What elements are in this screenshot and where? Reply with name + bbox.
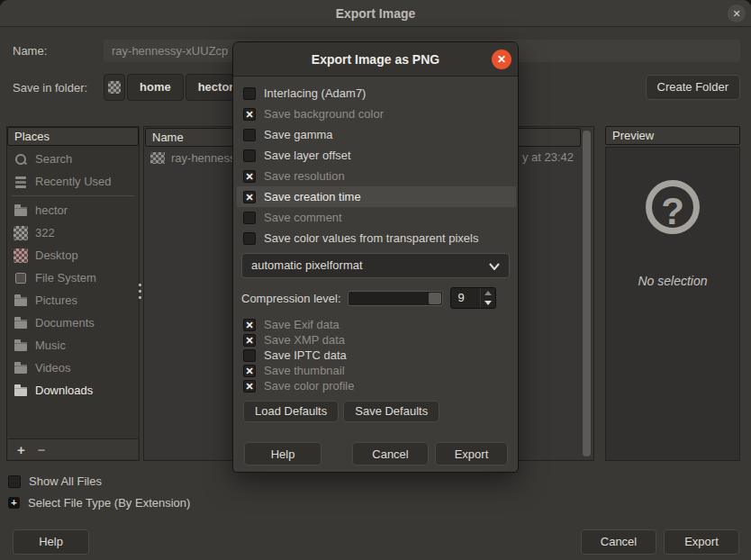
desktop-icon xyxy=(14,248,28,263)
option-save-layer-offset[interactable]: Save layer offset xyxy=(243,145,511,166)
checkbox-icon[interactable] xyxy=(243,129,256,141)
preview-area: No selection xyxy=(605,147,740,461)
show-all-files-checkbox[interactable] xyxy=(8,475,21,488)
option-label: Save color values from transparent pixel… xyxy=(264,231,478,245)
option-save-xmp[interactable]: Save XMP data xyxy=(243,332,511,348)
checkbox-icon[interactable] xyxy=(243,87,256,100)
places-pane: Places Search Recently Used hector 322 D xyxy=(6,126,140,461)
close-icon[interactable]: ✕ xyxy=(728,5,746,23)
compression-spinbox[interactable]: 9 xyxy=(450,287,496,309)
create-folder-button[interactable]: Create Folder xyxy=(646,75,740,100)
option-save-creation-time[interactable]: Save creation time xyxy=(237,186,516,207)
places-item-recently-used[interactable]: Recently Used xyxy=(8,170,138,193)
show-all-files-row[interactable]: Show All Files xyxy=(8,474,102,488)
breadcrumb-root-button[interactable] xyxy=(104,74,125,101)
places-item-label: Search xyxy=(35,152,72,166)
remove-bookmark-icon[interactable]: − xyxy=(38,439,46,460)
expander-plus-icon[interactable] xyxy=(8,497,20,509)
breadcrumb-home[interactable]: home xyxy=(127,74,184,101)
option-save-thumbnail[interactable]: Save thumbnail xyxy=(243,363,511,378)
checkbox-icon[interactable] xyxy=(243,334,256,347)
places-item-label: hector xyxy=(35,203,68,217)
places-item-label: File System xyxy=(35,271,96,285)
drive-icon xyxy=(14,271,28,285)
add-bookmark-icon[interactable]: + xyxy=(17,439,25,460)
option-label: Save IPTC data xyxy=(264,348,347,362)
checkbox-icon[interactable] xyxy=(243,232,256,245)
places-item-downloads[interactable]: Downloads xyxy=(8,379,138,402)
checkbox-icon[interactable] xyxy=(243,212,256,224)
defaults-row: Load Defaults Save Defaults xyxy=(243,401,518,422)
option-label: Interlacing (Adam7) xyxy=(264,86,366,100)
modal-titlebar[interactable]: Export Image as PNG xyxy=(233,42,518,77)
spinner-buttons xyxy=(480,288,495,308)
option-save-comment[interactable]: Save comment xyxy=(243,207,511,228)
option-label: Save Exif data xyxy=(264,318,339,331)
places-item-videos[interactable]: Videos xyxy=(8,357,138,379)
places-item-music[interactable]: Music xyxy=(8,334,138,357)
checkbox-icon[interactable] xyxy=(243,108,256,121)
pane-resize-handle[interactable] xyxy=(138,284,141,303)
compression-slider[interactable] xyxy=(348,291,443,306)
modal-help-button[interactable]: Help xyxy=(244,442,321,465)
option-save-resolution[interactable]: Save resolution xyxy=(243,166,511,186)
load-defaults-button[interactable]: Load Defaults xyxy=(243,401,339,422)
select-file-type-row[interactable]: Select File Type (By Extension) xyxy=(8,496,190,510)
checkbox-icon[interactable] xyxy=(243,365,256,377)
select-file-type-label: Select File Type (By Extension) xyxy=(28,496,190,510)
option-label: Save comment xyxy=(264,211,342,224)
places-item-documents[interactable]: Documents xyxy=(8,312,138,334)
spin-down-icon[interactable] xyxy=(481,298,495,308)
vertical-scrollbar[interactable] xyxy=(583,131,591,456)
window-titlebar[interactable]: Export Image xyxy=(0,0,751,27)
checkbox-icon[interactable] xyxy=(243,191,256,203)
spin-up-icon[interactable] xyxy=(481,288,495,298)
option-save-color-profile[interactable]: Save color profile xyxy=(243,378,511,393)
pixelformat-dropdown[interactable]: automatic pixelformat xyxy=(241,253,510,278)
places-item-file-system[interactable]: File System xyxy=(8,266,138,289)
places-header[interactable]: Places xyxy=(7,127,139,146)
option-interlacing[interactable]: Interlacing (Adam7) xyxy=(243,83,511,104)
places-item-label: Pictures xyxy=(35,294,77,307)
option-save-background-color[interactable]: Save background color xyxy=(243,104,511,124)
preview-header: Preview xyxy=(605,126,740,145)
places-item-pictures[interactable]: Pictures xyxy=(8,289,138,312)
show-all-files-label: Show All Files xyxy=(29,474,102,488)
option-save-exif[interactable]: Save Exif data xyxy=(243,317,511,332)
close-icon[interactable]: ✕ xyxy=(492,50,511,69)
checkbox-icon[interactable] xyxy=(243,170,256,183)
folder-icon xyxy=(14,203,28,218)
places-item-label: 322 xyxy=(35,226,55,239)
places-item-322[interactable]: 322 xyxy=(8,221,138,244)
help-button[interactable]: Help xyxy=(13,529,89,555)
window-title: Export Image xyxy=(336,6,416,21)
checkbox-icon[interactable] xyxy=(243,149,256,162)
places-item-label: Desktop xyxy=(35,248,78,262)
places-item-hector[interactable]: hector xyxy=(8,199,138,221)
places-item-label: Music xyxy=(35,339,66,352)
modal-cancel-button[interactable]: Cancel xyxy=(352,442,429,465)
modal-title: Export Image as PNG xyxy=(312,52,439,67)
checkbox-icon[interactable] xyxy=(243,319,256,331)
preview-pane: Preview No selection xyxy=(605,126,740,461)
question-mark-icon xyxy=(646,180,700,234)
option-label: Save thumbnail xyxy=(264,364,345,377)
compression-row: Compression level: 9 xyxy=(241,287,510,309)
file-modified-date: y at 23:42 xyxy=(522,150,574,164)
option-save-color-values[interactable]: Save color values from transparent pixel… xyxy=(243,228,511,248)
places-toolbar: + − xyxy=(8,438,138,459)
option-save-gamma[interactable]: Save gamma xyxy=(243,124,511,145)
slider-handle[interactable] xyxy=(429,293,441,304)
option-label: Save gamma xyxy=(264,128,333,141)
cancel-button[interactable]: Cancel xyxy=(581,529,656,555)
places-list: Search Recently Used hector 322 Desktop xyxy=(8,148,138,438)
checkbox-icon[interactable] xyxy=(243,380,256,393)
places-item-desktop[interactable]: Desktop xyxy=(8,244,138,266)
places-item-search[interactable]: Search xyxy=(8,148,138,170)
export-button[interactable]: Export xyxy=(664,529,739,555)
checkbox-icon[interactable] xyxy=(243,349,256,362)
places-item-label: Documents xyxy=(35,316,95,330)
option-save-iptc[interactable]: Save IPTC data xyxy=(243,348,511,363)
save-defaults-button[interactable]: Save Defaults xyxy=(343,401,439,422)
modal-export-button[interactable]: Export xyxy=(435,442,508,465)
